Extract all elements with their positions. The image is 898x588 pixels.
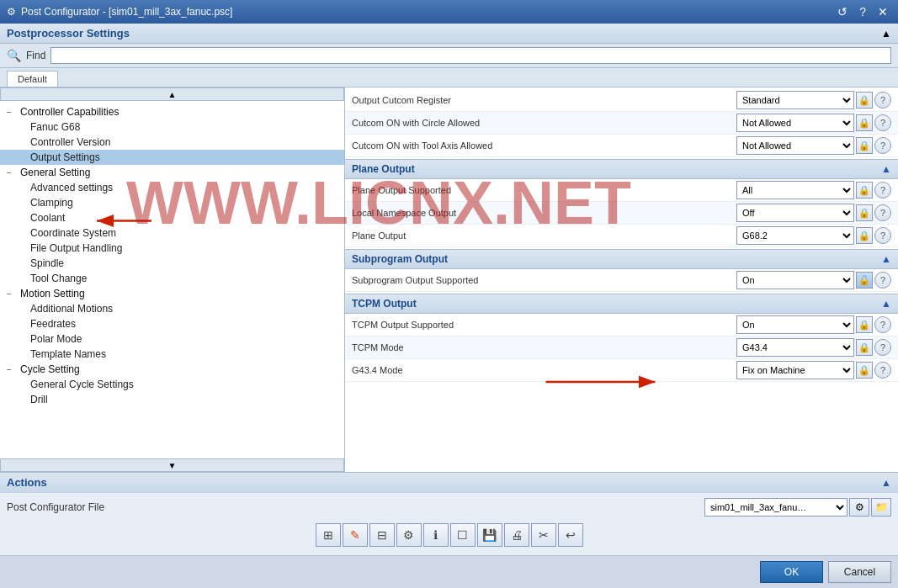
subprogram-help-btn[interactable]: ? — [874, 272, 891, 289]
prop-row-plane-output-supported: Plane Output Supported All 🔒 ? — [345, 179, 898, 202]
tree-item-polar-mode[interactable]: Polar Mode — [0, 331, 344, 347]
tcpm-supported-help-btn[interactable]: ? — [874, 316, 891, 333]
prop-control: G68.2 🔒 ? — [736, 226, 891, 245]
toolbar-btn-6[interactable]: ☐ — [450, 523, 476, 547]
plane-output-supported-select[interactable]: All — [736, 181, 854, 199]
toolbar-btn-5[interactable]: ℹ — [423, 523, 449, 547]
tree-item-spindle[interactable]: Spindle — [0, 256, 344, 271]
tab-default[interactable]: Default — [7, 71, 58, 87]
tree-item-output-settings[interactable]: Output Settings — [0, 150, 344, 165]
prop-label: Output Cutcom Register — [352, 95, 736, 105]
tree-group-motion-setting[interactable]: − Motion Setting — [0, 286, 344, 301]
plane-output-collapse[interactable]: ▲ — [881, 163, 891, 175]
close-btn[interactable]: ✕ — [874, 5, 891, 19]
toolbar-btn-2[interactable]: ✎ — [343, 523, 368, 547]
tcpm-mode-select[interactable]: G43.4 — [736, 338, 854, 357]
ok-button[interactable]: OK — [760, 561, 823, 583]
prop-control: Off 🔒 ? — [736, 204, 891, 222]
actions-title: Actions — [7, 476, 47, 489]
file-select[interactable]: sim01_mill_3ax_fanu… — [704, 498, 848, 516]
find-input[interactable] — [50, 47, 891, 64]
toolbar-btn-9[interactable]: ✂ — [531, 523, 556, 547]
tcpm-mode-help-btn[interactable]: ? — [874, 339, 891, 356]
toolbar-btn-1[interactable]: ⊞ — [316, 523, 341, 547]
spacer — [7, 183, 17, 193]
tree-group-general-setting[interactable]: − General Setting — [0, 165, 344, 180]
plane-supported-help-btn[interactable]: ? — [874, 182, 891, 199]
tool-axis-help-btn[interactable]: ? — [874, 137, 891, 154]
tcpm-supported-lock-btn[interactable]: 🔒 — [856, 316, 873, 333]
plane-output-select[interactable]: G68.2 — [736, 226, 854, 245]
cutcom-tool-axis-select[interactable]: Not Allowed — [736, 136, 854, 155]
toolbar-btn-8[interactable]: 🖨 — [504, 523, 529, 547]
cutcom-lock-btn[interactable]: 🔒 — [856, 92, 873, 109]
cutcom-circle-select[interactable]: Not Allowed — [736, 114, 854, 132]
plane-output-lock-btn[interactable]: 🔒 — [856, 227, 873, 244]
expand-icon: − — [7, 108, 17, 117]
app-icon: ⚙ — [7, 6, 16, 18]
tree-item-label: Additional Motions — [30, 303, 113, 315]
tree-group-controller-capabilities[interactable]: − Controller Capabilities — [0, 104, 344, 119]
prop-row-local-namespace: Local Namespace Output Off 🔒 ? — [345, 202, 898, 225]
spacer — [7, 305, 17, 314]
tree-item-advanced-settings[interactable]: Advanced settings — [0, 180, 344, 195]
bottom-buttons: OK Cancel — [0, 555, 898, 588]
tree-item-additional-motions[interactable]: Additional Motions — [0, 301, 344, 316]
tree-scroll-down[interactable]: ▼ — [0, 458, 344, 472]
plane-supported-lock-btn[interactable]: 🔒 — [856, 182, 873, 199]
g434-lock-btn[interactable]: 🔒 — [856, 362, 873, 379]
g434-mode-select[interactable]: Fix on Machine — [736, 361, 854, 379]
tcpm-output-collapse[interactable]: ▲ — [881, 298, 891, 310]
tree-item-fanuc-g68[interactable]: Fanuc G68 — [0, 119, 344, 135]
file-action-btn[interactable]: 📁 — [871, 498, 891, 516]
g434-help-btn[interactable]: ? — [874, 362, 891, 379]
tcpm-output-rows: TCPM Output Supported On 🔒 ? TCPM Mode G… — [345, 314, 898, 382]
toolbar-btn-7[interactable]: 💾 — [477, 523, 502, 547]
subprogram-output-collapse[interactable]: ▲ — [881, 253, 891, 265]
header-collapse-btn[interactable]: ▲ — [881, 28, 891, 40]
tree-item-template-names[interactable]: Template Names — [0, 347, 344, 362]
namespace-lock-btn[interactable]: 🔒 — [856, 204, 873, 221]
cancel-button[interactable]: Cancel — [828, 561, 891, 583]
tree-item-feedrates[interactable]: Feedrates — [0, 316, 344, 331]
tcpm-mode-lock-btn[interactable]: 🔒 — [856, 339, 873, 356]
actions-header: Actions ▲ — [0, 472, 898, 492]
spacer — [7, 138, 17, 147]
toolbar-btn-4[interactable]: ⚙ — [396, 523, 422, 547]
tree-container: − Controller Capabilities Fanuc G68 Cont… — [0, 101, 344, 458]
plane-output-help-btn[interactable]: ? — [874, 227, 891, 244]
refresh-btn[interactable]: ↺ — [834, 5, 851, 19]
initial-rows: Output Cutcom Register Standard 🔒 ? Cutc… — [345, 87, 898, 157]
toolbar-btn-3[interactable]: ⊟ — [369, 523, 395, 547]
tree-group-cycle-setting[interactable]: − Cycle Setting — [0, 362, 344, 377]
help-btn[interactable]: ? — [856, 5, 869, 19]
prop-control: Not Allowed 🔒 ? — [736, 114, 891, 132]
tree-item-label: Template Names — [30, 348, 106, 360]
tool-axis-lock-btn[interactable]: 🔒 — [856, 137, 873, 154]
tree-item-drill[interactable]: Drill — [0, 392, 344, 407]
actions-collapse-btn[interactable]: ▲ — [881, 477, 891, 489]
file-browse-btn[interactable]: ⚙ — [849, 498, 869, 516]
circle-help-btn[interactable]: ? — [874, 114, 891, 131]
output-cutcom-select[interactable]: Standard — [736, 91, 854, 109]
tcpm-supported-select[interactable]: On — [736, 315, 854, 334]
subprogram-supported-select[interactable]: On — [736, 271, 854, 289]
prop-label: Cutcom ON with Circle Allowed — [352, 118, 736, 128]
tree-item-tool-change[interactable]: Tool Change — [0, 271, 344, 286]
tree-item-clamping[interactable]: Clamping — [0, 195, 344, 210]
tree-item-coordinate-system[interactable]: Coordinate System — [0, 225, 344, 241]
tree-item-coolant[interactable]: Coolant — [0, 210, 344, 225]
prop-row-output-cutcom: Output Cutcom Register Standard 🔒 ? — [345, 89, 898, 112]
local-namespace-select[interactable]: Off — [736, 204, 854, 222]
tree-scroll-up[interactable]: ▲ — [0, 87, 344, 101]
toolbar-btn-10[interactable]: ↩ — [558, 523, 583, 547]
tree-item-general-cycle-settings[interactable]: General Cycle Settings — [0, 377, 344, 392]
tree-item-file-output-handling[interactable]: File Output Handling — [0, 241, 344, 256]
cutcom-help-btn[interactable]: ? — [874, 92, 891, 109]
namespace-help-btn[interactable]: ? — [874, 204, 891, 221]
spacer — [7, 199, 17, 208]
subprogram-lock-btn[interactable]: 🔓 — [856, 272, 873, 289]
tree-item-controller-version[interactable]: Controller Version — [0, 135, 344, 150]
expand-icon: − — [7, 365, 17, 374]
circle-lock-btn[interactable]: 🔒 — [856, 114, 873, 131]
